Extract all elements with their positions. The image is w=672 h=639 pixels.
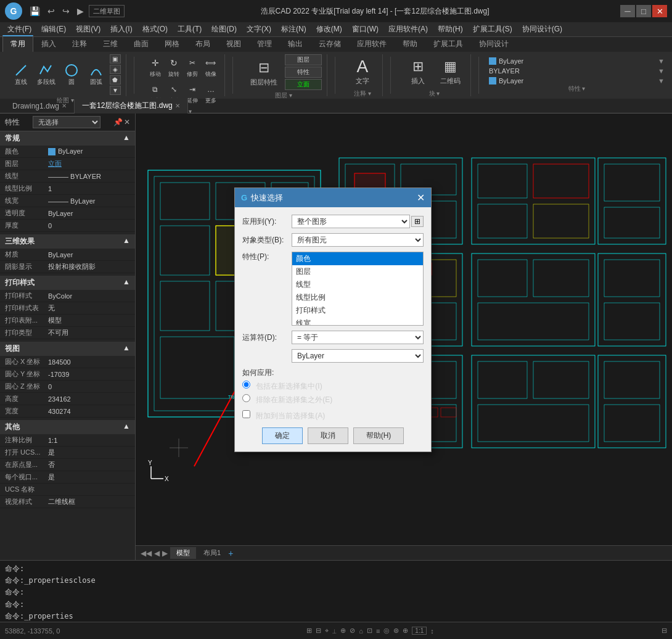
section-print-header[interactable]: 打印样式 ▲ — [0, 276, 135, 290]
section-general-header[interactable]: 常规 ▲ — [0, 131, 135, 146]
layer-props-btn[interactable]: ⊟ 图层特性 — [245, 56, 282, 89]
tab-manage[interactable]: 管理 — [249, 36, 280, 52]
section-other-header[interactable]: 其他 ▲ — [0, 420, 135, 434]
tab-collab2[interactable]: 协同设计 — [471, 36, 517, 52]
qa-run[interactable]: ▶ — [75, 5, 86, 17]
layout1-tab[interactable]: 布局1 — [199, 547, 226, 559]
menu-exttools[interactable]: 扩展工具(S) — [468, 23, 517, 36]
status-sc1[interactable]: ⊕ — [403, 627, 408, 635]
status-snap[interactable]: ⌖ — [325, 627, 329, 635]
section-3d-header[interactable]: 三维效果 ▲ — [0, 234, 135, 249]
dialog-append-checkbox[interactable] — [242, 410, 250, 418]
nav-prev-btn[interactable]: ◀◀ — [141, 549, 152, 558]
tab-apps[interactable]: 应用软件 — [349, 36, 395, 52]
tab-insert[interactable]: 插入 — [33, 36, 64, 52]
menu-tools[interactable]: 工具(T) — [173, 23, 207, 36]
tab-help2[interactable]: 帮助 — [395, 36, 425, 52]
tab-surface[interactable]: 曲面 — [126, 36, 157, 52]
menu-modify[interactable]: 修改(M) — [311, 23, 347, 36]
qa-redo[interactable]: ↪ — [60, 5, 72, 17]
status-grid1[interactable]: ⊞ — [306, 627, 312, 635]
status-osnap[interactable]: ⊘ — [350, 627, 355, 635]
dialog-help-btn[interactable]: 帮助(H) — [353, 427, 404, 444]
draw-extra2[interactable]: ◈ — [110, 65, 121, 74]
nav-right-btn[interactable]: ▶ — [162, 549, 168, 558]
layer-btn2[interactable]: 特性 — [285, 67, 322, 78]
prop-layer-value[interactable]: 立面 — [48, 159, 130, 168]
draw-more[interactable]: ▼ — [110, 86, 121, 95]
minimize-btn[interactable]: ─ — [620, 5, 635, 17]
dialog-ok-btn[interactable]: 确定 — [262, 427, 303, 444]
dialog-objtype-select[interactable]: 所有图元 — [292, 233, 424, 247]
canvas-area[interactable]: X Y TRo ◀◀ ◀ ▶ 模型 布局1 + G 快速选择 — [136, 113, 672, 560]
modify-mirror[interactable]: ⟺镜像 — [202, 54, 219, 80]
status-scale-btn[interactable]: 1:1 — [412, 627, 427, 635]
model-tab[interactable]: 模型 — [170, 547, 196, 559]
menu-format[interactable]: 格式(O) — [137, 23, 173, 36]
text-btn[interactable]: A 文字 — [348, 54, 377, 88]
props-close-btn[interactable]: ✕ — [124, 118, 130, 126]
menu-insert[interactable]: 插入(I) — [105, 23, 137, 36]
dialog-include-radio[interactable] — [242, 381, 250, 389]
dialog-property-listbox[interactable]: 颜色 图层 线型 线型比例 打印样式 线宽 透明度 超链接 — [292, 252, 424, 326]
dialog-item-color[interactable]: 颜色 — [292, 252, 423, 265]
draw-extra3[interactable]: ⬟ — [110, 75, 121, 85]
status-ortho[interactable]: ⟂ — [332, 627, 337, 635]
menu-edit[interactable]: 编辑(E) — [36, 23, 71, 36]
insert-btn[interactable]: ⊞ 插入 — [403, 54, 433, 88]
draw-arc-btn[interactable]: 圆弧 — [85, 62, 107, 88]
tab-layout[interactable]: 布局 — [187, 36, 218, 52]
tab-output[interactable]: 输出 — [280, 36, 311, 52]
menu-view[interactable]: 视图(V) — [71, 23, 105, 36]
modify-move[interactable]: ✛移动 — [147, 54, 164, 80]
bylayer-dropdown1[interactable]: ▼ — [658, 57, 665, 65]
doc-tab2-close[interactable]: ✕ — [175, 102, 180, 109]
dialog-close-btn[interactable]: ✕ — [417, 192, 425, 204]
menu-draw[interactable]: 绘图(D) — [207, 23, 242, 36]
dialog-item-layer[interactable]: 图层 — [292, 265, 423, 278]
draw-polyline-btn[interactable]: 多段线 — [35, 62, 58, 88]
dialog-item-linetype[interactable]: 线型 — [292, 278, 423, 291]
dialog-exclude-radio[interactable] — [242, 394, 250, 402]
close-btn[interactable]: ✕ — [652, 5, 667, 17]
add-layout-btn[interactable]: + — [228, 548, 233, 558]
qa-save[interactable]: 💾 — [27, 5, 43, 17]
maximize-btn[interactable]: □ — [636, 5, 651, 17]
tab-annotate[interactable]: 注释 — [64, 36, 95, 52]
dialog-apply-select[interactable]: 整个图形 — [292, 215, 410, 228]
dialog-operator-select[interactable]: = 等于 — [292, 331, 424, 344]
doc-tab-main[interactable]: 一套12层综合楼施工图.dwg ✕ — [75, 98, 188, 113]
menu-dim[interactable]: 标注(N) — [276, 23, 311, 36]
doc-tab1-close[interactable]: ✕ — [62, 102, 67, 109]
props-pin-btn[interactable]: 📌 — [113, 118, 123, 126]
status-sync[interactable]: ↕ — [430, 627, 434, 635]
menu-help[interactable]: 帮助(H) — [433, 23, 468, 36]
dialog-select-all-btn[interactable]: ⊞ — [411, 216, 424, 227]
status-lineweight[interactable]: ≡ — [376, 627, 380, 635]
status-grid2[interactable]: ⊟ — [316, 627, 321, 635]
dialog-item-plotstyle[interactable]: 打印样式 — [292, 304, 423, 317]
dialog-cancel-btn[interactable]: 取消 — [308, 427, 348, 444]
bylayer-dropdown3[interactable]: ▼ — [658, 77, 665, 85]
modify-rotate[interactable]: ↻旋转 — [165, 54, 182, 80]
dialog-value-bylayer-select[interactable]: ByLayer — [292, 349, 424, 363]
menu-file[interactable]: 文件(F) — [2, 23, 36, 36]
dialog-item-lineweight[interactable]: 线宽 — [292, 317, 423, 326]
section-view-header[interactable]: 视图 ▲ — [0, 342, 135, 356]
dialog-item-ltscale[interactable]: 线型比例 — [292, 291, 423, 304]
menu-window[interactable]: 窗口(W) — [347, 23, 383, 36]
nav-left-btn[interactable]: ◀ — [154, 549, 160, 558]
status-dynin[interactable]: ⊡ — [367, 627, 372, 635]
draw-extra1[interactable]: ▣ — [110, 54, 121, 64]
command-area[interactable]: 命令: 命令:_propertiesclose 命令: 命令: 命令:_prop… — [0, 560, 672, 622]
menu-appsw[interactable]: 应用软件(A) — [383, 23, 433, 36]
menu-collab[interactable]: 协同设计(G) — [517, 23, 567, 36]
tab-common[interactable]: 常用 — [2, 35, 33, 52]
props-selector[interactable]: 无选择 — [33, 116, 100, 128]
tab-view[interactable]: 视图 — [218, 36, 249, 52]
status-trans[interactable]: ◎ — [383, 627, 390, 635]
立面-btn[interactable]: 立面 — [285, 79, 322, 90]
qrcode-btn[interactable]: ▦ 二维码 — [435, 54, 465, 88]
modify-more[interactable]: …更多 — [202, 81, 219, 106]
tab-mesh[interactable]: 网格 — [157, 36, 187, 52]
